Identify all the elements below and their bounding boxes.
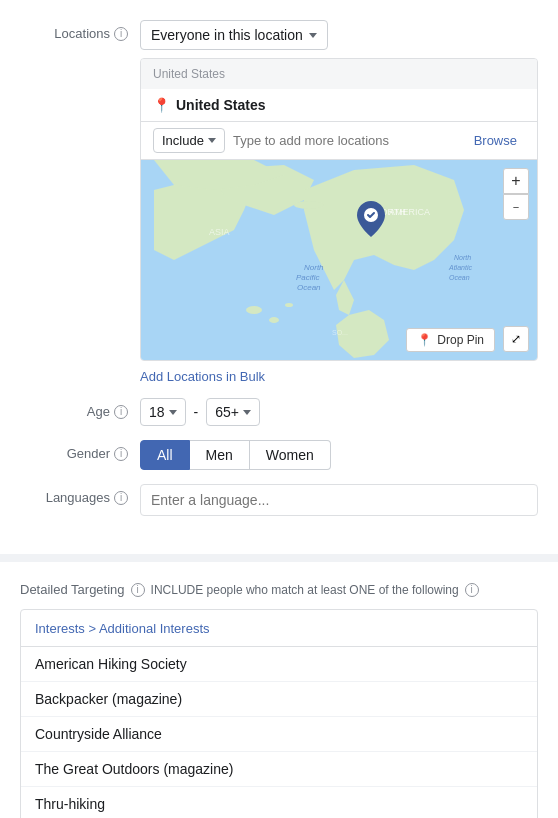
location-card: United States 📍 United States Include Br… [140,58,538,361]
gender-content: All Men Women [140,440,538,470]
drop-pin-icon: 📍 [417,333,432,347]
location-card-header: United States [141,59,537,89]
interests-header: Interests > Additional Interests [21,610,537,647]
targeting-box: Interests > Additional Interests America… [20,609,538,818]
detailed-targeting-desc: INCLUDE people who match at least ONE of… [151,583,459,597]
locations-dropdown-value: Everyone in this location [151,27,303,43]
svg-point-3 [285,303,293,307]
svg-text:SO...: SO... [332,329,348,336]
svg-text:Ocean: Ocean [297,283,321,292]
languages-label: Languages i [20,484,140,505]
country-header-text: United States [153,67,225,81]
location-browse-button[interactable]: Browse [466,129,525,152]
detailed-targeting-label: Detailed Targeting [20,582,125,597]
locations-dropdown[interactable]: Everyone in this location [140,20,328,50]
age-label-text: Age [87,404,110,419]
targeting-item: American Hiking Society [21,647,537,682]
svg-text:AMERICA: AMERICA [389,207,430,217]
pin-icon: 📍 [153,97,170,113]
map-zoom-in-button[interactable]: + [503,168,529,194]
locations-info-icon[interactable]: i [114,27,128,41]
map-expand-button[interactable]: ⤢ [503,326,529,352]
include-button[interactable]: Include [153,128,225,153]
include-dropdown-arrow-icon [208,138,216,143]
age-min-arrow-icon [169,410,177,415]
map-expand-icon: ⤢ [511,332,521,346]
age-max-value: 65+ [215,404,239,420]
map-zoom-out-button[interactable]: − [503,194,529,220]
detailed-targeting-section: Detailed Targeting i INCLUDE people who … [0,562,558,818]
locations-field-content: Everyone in this location United States … [140,20,538,384]
gender-label-text: Gender [67,446,110,461]
age-content: 18 - 65+ [140,398,538,426]
languages-content [140,484,538,516]
svg-text:Pacific: Pacific [296,273,320,282]
gender-women-button[interactable]: Women [250,440,331,470]
locations-dropdown-arrow-icon [309,33,317,38]
languages-info-icon[interactable]: i [114,491,128,505]
svg-point-4 [294,201,324,209]
map-controls: + − [503,168,529,220]
country-name: United States [176,97,265,113]
age-label: Age i [20,398,140,419]
detailed-targeting-header: Detailed Targeting i INCLUDE people who … [20,582,538,597]
svg-text:Ocean: Ocean [449,274,470,281]
include-label: Include [162,133,204,148]
gender-label: Gender i [20,440,140,461]
age-max-arrow-icon [243,410,251,415]
targeting-item: The Great Outdoors (magazine) [21,752,537,787]
gender-info-icon[interactable]: i [114,447,128,461]
locations-label: Locations i [20,20,140,41]
age-info-icon[interactable]: i [114,405,128,419]
interests-path-link[interactable]: Interests > Additional Interests [35,621,210,636]
detailed-targeting-info-icon[interactable]: i [131,583,145,597]
language-input[interactable] [140,484,538,516]
map-container: NORTH North Pacific Ocean ASIA North Atl… [141,160,537,360]
location-search-input[interactable] [233,129,466,152]
map-marker [357,201,385,240]
targeting-item: Thru-hiking [21,787,537,818]
gender-all-button[interactable]: All [140,440,190,470]
targeting-item: Countryside Alliance [21,717,537,752]
age-max-dropdown[interactable]: 65+ [206,398,260,426]
svg-point-2 [269,317,279,323]
svg-point-1 [246,306,262,314]
location-item: 📍 United States [141,89,537,122]
include-row: Include Browse [141,122,537,160]
drop-pin-button[interactable]: 📍 Drop Pin [406,328,495,352]
gender-button-group: All Men Women [140,440,538,470]
svg-text:ASIA: ASIA [209,227,230,237]
gender-men-button[interactable]: Men [190,440,250,470]
age-min-dropdown[interactable]: 18 [140,398,186,426]
age-separator: - [194,404,199,420]
svg-text:Atlantic: Atlantic [448,264,472,271]
languages-label-text: Languages [46,490,110,505]
drop-pin-label: Drop Pin [437,333,484,347]
targeting-item: Backpacker (magazine) [21,682,537,717]
detailed-targeting-desc-info-icon[interactable]: i [465,583,479,597]
svg-text:North: North [304,263,324,272]
add-locations-bulk-link[interactable]: Add Locations in Bulk [140,369,538,384]
svg-text:North: North [454,254,471,261]
age-min-value: 18 [149,404,165,420]
locations-text: Locations [54,26,110,41]
